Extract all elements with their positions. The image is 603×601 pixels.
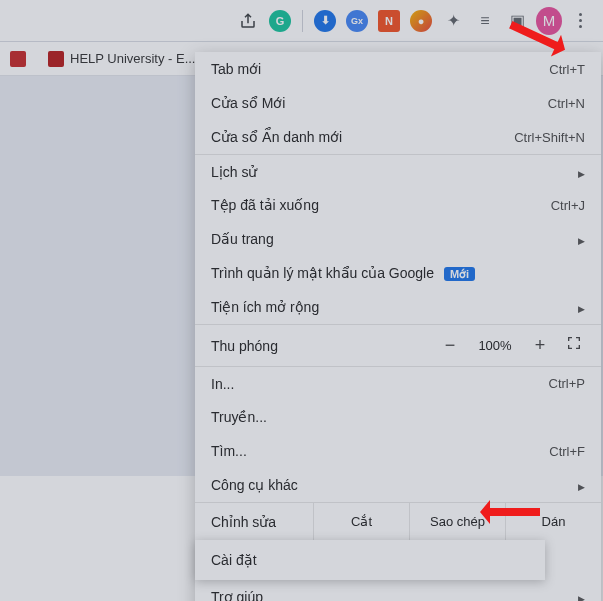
menu-help[interactable]: Trợ giúp [195,580,601,601]
menu-more-tools[interactable]: Công cụ khác [195,468,601,502]
zoom-in-button[interactable]: + [523,335,557,356]
menu-new-window[interactable]: Cửa sổ Mới Ctrl+N [195,86,601,120]
menu-settings[interactable]: Cài đặt [195,540,545,580]
submenu-arrow-icon [574,589,585,601]
share-icon[interactable] [235,8,261,34]
reading-list-icon[interactable]: ≡ [472,8,498,34]
submenu-arrow-icon [574,231,585,247]
menu-zoom-row: Thu phóng − 100% + [195,324,601,366]
extensions-puzzle-icon[interactable]: ✦ [440,8,466,34]
annotation-arrow-settings-icon [480,498,540,530]
bookmark-item[interactable]: HELP University - E... [48,51,195,67]
translate-ext-icon[interactable]: Gx [344,8,370,34]
menu-history[interactable]: Lịch sử [195,154,601,188]
chrome-menu-button[interactable] [565,6,595,36]
menu-bookmarks[interactable]: Dấu trang [195,222,601,256]
zoom-out-button[interactable]: − [433,335,467,356]
submenu-arrow-icon [574,299,585,315]
submenu-arrow-icon [574,164,585,180]
menu-incognito[interactable]: Cửa sổ Ẩn danh mới Ctrl+Shift+N [195,120,601,154]
bookmark-item[interactable]: A [10,51,32,67]
menu-cast[interactable]: Truyền... [195,400,601,434]
edit-label: Chỉnh sửa [195,503,313,540]
onenote-ext-icon[interactable]: N [376,8,402,34]
menu-extensions[interactable]: Tiện ích mở rộng [195,290,601,324]
submenu-arrow-icon [574,477,585,493]
grammarly-ext-icon[interactable]: G [267,8,293,34]
menu-password-manager[interactable]: Trình quản lý mật khẩu của Google Mới [195,256,601,290]
menu-find[interactable]: Tìm... Ctrl+F [195,434,601,468]
menu-edit-row: Chỉnh sửa Cắt Sao chép Dán [195,502,601,540]
fullscreen-icon[interactable] [557,335,591,356]
zoom-percentage: 100% [467,338,523,353]
menu-print[interactable]: In... Ctrl+P [195,366,601,400]
cut-button[interactable]: Cắt [313,503,409,540]
new-badge: Mới [444,267,475,281]
chrome-main-menu: Tab mới Ctrl+T Cửa sổ Mới Ctrl+N Cửa sổ … [195,52,601,601]
svg-marker-1 [480,500,540,524]
download-ext-icon[interactable]: ⬇ [312,8,338,34]
menu-downloads[interactable]: Tệp đã tải xuống Ctrl+J [195,188,601,222]
savefrom-ext-icon[interactable]: ● [408,8,434,34]
